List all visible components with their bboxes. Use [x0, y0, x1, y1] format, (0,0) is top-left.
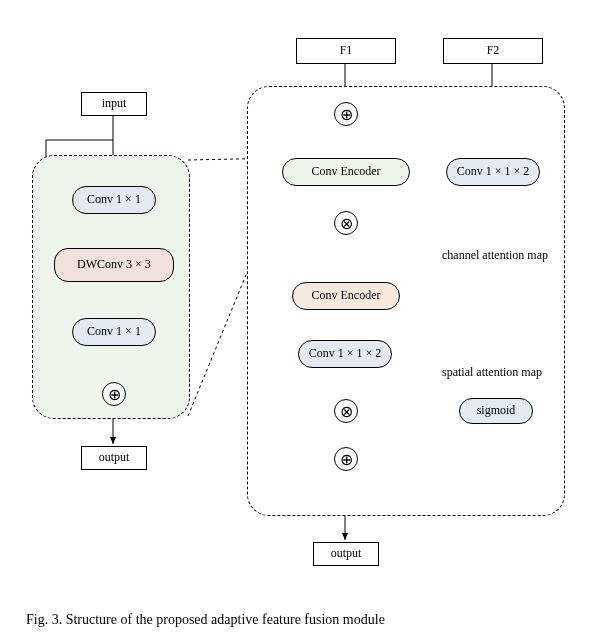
conv1x1x2-b-label: Conv 1 × 1 × 2 [309, 347, 382, 360]
left-conv1-label: Conv 1 × 1 [87, 193, 141, 206]
sigmoid-label: sigmoid [477, 404, 516, 417]
right-plus-top: ⊕ [334, 102, 358, 126]
conv1x1x2-a-label: Conv 1 × 1 × 2 [457, 165, 530, 178]
left-output-box: output [81, 446, 147, 470]
sigmoid-pill: sigmoid [459, 398, 533, 424]
left-input-label: input [102, 97, 127, 110]
times-icon: ⊗ [340, 214, 353, 233]
times-icon: ⊗ [340, 402, 353, 421]
spatial-map-label: spatial attention map [442, 365, 572, 380]
figure-caption: Fig. 3. Structure of the proposed adapti… [26, 612, 385, 628]
left-conv2-label: Conv 1 × 1 [87, 325, 141, 338]
f1-label: F1 [340, 44, 353, 57]
right-plus-bottom: ⊕ [334, 447, 358, 471]
plus-icon: ⊕ [108, 385, 121, 404]
right-mult2: ⊗ [334, 399, 358, 423]
left-conv2-pill: Conv 1 × 1 [72, 318, 156, 346]
plus-icon: ⊕ [340, 450, 353, 469]
f2-label: F2 [487, 44, 500, 57]
left-output-label: output [99, 451, 130, 464]
left-plus-op: ⊕ [102, 382, 126, 406]
conv-encoder-top-label: Conv Encoder [312, 165, 381, 178]
conv-encoder-top: Conv Encoder [282, 158, 410, 186]
conv1x1x2-a: Conv 1 × 1 × 2 [446, 158, 540, 186]
f2-box: F2 [443, 38, 543, 64]
left-conv1-pill: Conv 1 × 1 [72, 186, 156, 214]
channel-map-label: channel attention map [442, 248, 572, 263]
right-output-box: output [313, 542, 379, 566]
conv1x1x2-b: Conv 1 × 1 × 2 [298, 340, 392, 368]
diagram-canvas: input Conv 1 × 1 DWConv 3 × 3 Conv 1 × 1… [0, 0, 602, 638]
right-mult1: ⊗ [334, 211, 358, 235]
conv-encoder-2-label: Conv Encoder [312, 289, 381, 302]
left-dwconv-pill: DWConv 3 × 3 [54, 248, 174, 282]
conv-encoder-2: Conv Encoder [292, 282, 400, 310]
f1-box: F1 [296, 38, 396, 64]
plus-icon: ⊕ [340, 105, 353, 124]
right-output-label: output [331, 547, 362, 560]
left-dwconv-label: DWConv 3 × 3 [77, 258, 151, 271]
left-input-box: input [81, 92, 147, 116]
